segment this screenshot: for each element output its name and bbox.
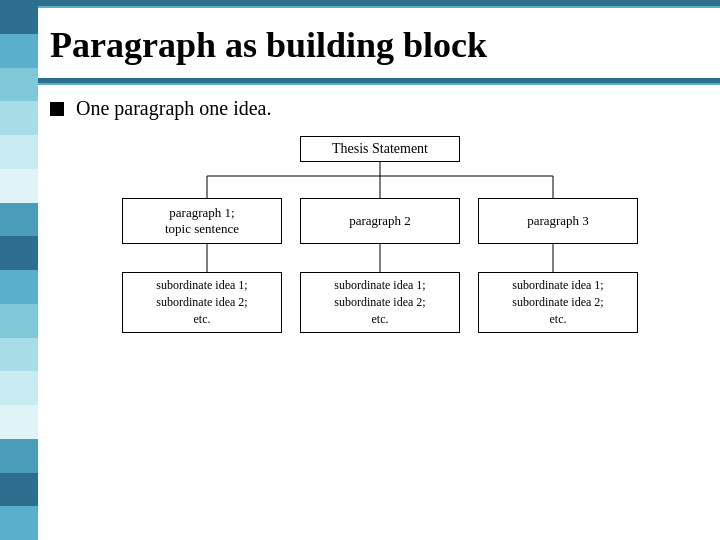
- subordinate3-box: subordinate idea 1; subordinate idea 2; …: [478, 272, 638, 332]
- paragraph3-box: paragraph 3: [478, 198, 638, 244]
- paragraph2-box: paragraph 2: [300, 198, 460, 244]
- left-decorative-border: [0, 0, 38, 540]
- level2-row: subordinate idea 1; subordinate idea 2; …: [50, 272, 710, 332]
- subtitle-area: One paragraph one idea.: [50, 87, 710, 120]
- bullet-square-icon: [50, 102, 64, 116]
- level1-row: paragraph 1; topic sentence paragraph 2 …: [50, 198, 710, 244]
- connector-svg-level2: [100, 244, 660, 272]
- subordinate2-box: subordinate idea 1; subordinate idea 2; …: [300, 272, 460, 332]
- main-content: Paragraph as building block One paragrap…: [50, 14, 710, 530]
- paragraph1-box: paragraph 1; topic sentence: [122, 198, 282, 244]
- top-accent-line-light: [38, 6, 720, 8]
- diagram-container: Thesis Statement paragraph 1; topic sent…: [50, 136, 710, 332]
- bullet-item: One paragraph one idea.: [50, 97, 710, 120]
- page-title: Paragraph as building block: [50, 14, 710, 67]
- subordinate1-box: subordinate idea 1; subordinate idea 2; …: [122, 272, 282, 332]
- subtitle-text: One paragraph one idea.: [76, 97, 271, 120]
- thesis-statement-box: Thesis Statement: [300, 136, 460, 162]
- connector-svg-level1: [100, 162, 660, 198]
